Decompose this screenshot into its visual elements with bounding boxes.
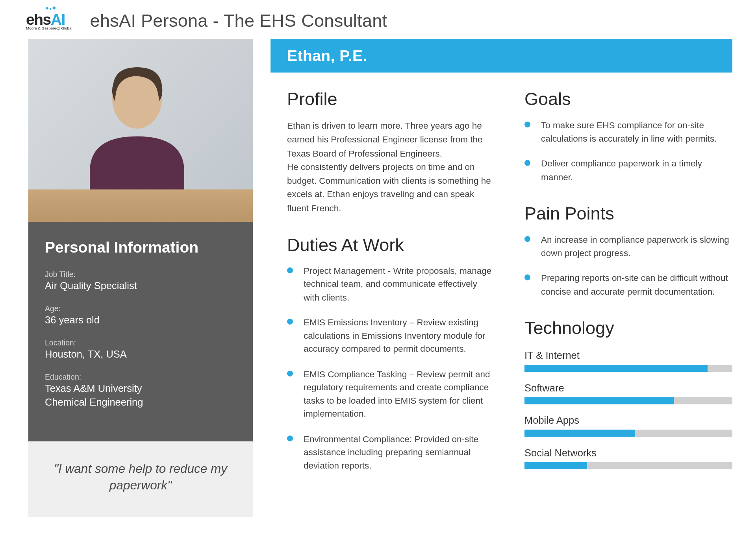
logo-prefix: ehs [26,10,51,28]
info-field-value: Air Quality Specialist [45,280,236,293]
logo-dots-icon [46,7,56,10]
tech-bar [524,462,732,469]
tech-label: Mobile Apps [524,415,732,427]
list-item-text: To make sure EHS compliance for on-site … [541,119,732,146]
info-field-value: Texas A&M University Chemical Engineerin… [45,382,236,410]
persona-photo [28,39,253,222]
pain-points-list: An increase in compliance paperwork is s… [524,233,732,298]
quote-block: "I want some help to reduce my paperwork… [28,441,253,517]
pain-points-heading: Pain Points [524,204,732,224]
list-item-text: Project Management - Write proposals, ma… [304,264,495,304]
list-item: An increase in compliance paperwork is s… [524,233,732,260]
list-item: Environmental Compliance: Provided on-si… [287,432,495,472]
tech-bar-fill [524,397,674,404]
list-item-text: Deliver compliance paperwork in a timely… [541,157,732,184]
list-item-text: Environmental Compliance: Provided on-si… [304,432,495,472]
list-item: EMIS Emissions Inventory – Review existi… [287,316,495,356]
bullet-icon [287,267,293,273]
info-field-label: Education: [45,372,236,381]
tech-label: IT & Internet [524,350,732,362]
bullet-icon [524,236,530,242]
list-item-text: EMIS Compliance Tasking – Review permit … [304,367,495,421]
list-item-text: EMIS Emissions Inventory – Review existi… [304,316,495,356]
logo: ehsAI Moore & Gasperecz Global [26,11,72,30]
bullet-icon [524,122,530,127]
info-field-value: Houston, TX, USA [45,348,236,362]
logo-text: ehsAI [26,11,65,27]
goals-list: To make sure EHS compliance for on-site … [524,119,732,184]
personal-info-heading: Personal Information [45,238,236,257]
bullet-icon [287,319,293,325]
tech-row: Software [524,382,732,404]
list-item: Project Management - Write proposals, ma… [287,264,495,304]
tech-row: Mobile Apps [524,415,732,437]
persona-quote: "I want some help to reduce my paperwork… [46,460,235,494]
profile-text: Ethan is driven to learn more. Three yea… [287,119,495,215]
info-field-label: Job Title: [45,270,236,279]
list-item-text: An increase in compliance paperwork is s… [541,233,732,260]
tech-bar [524,397,732,404]
tech-row: Social Networks [524,447,732,469]
header: ehsAI Moore & Gasperecz Global ehsAI Per… [0,0,756,39]
duties-list: Project Management - Write proposals, ma… [287,264,495,472]
list-item: Deliver compliance paperwork in a timely… [524,157,732,184]
profile-heading: Profile [287,89,495,109]
tech-bar-fill [524,365,708,372]
technology-heading: Technology [524,318,732,338]
info-field-label: Age: [45,304,236,313]
duties-heading: Duties At Work [287,235,495,255]
personal-info-panel: Personal Information Job Title:Air Quali… [28,222,253,441]
bullet-icon [524,275,530,280]
bullet-icon [524,160,530,166]
page-title: ehsAI Persona - The EHS Consultant [90,11,387,31]
list-item-text: Preparing reports on-site can be difficu… [541,271,732,298]
tech-bar-fill [524,430,635,437]
tech-row: IT & Internet [524,350,732,372]
technology-list: IT & InternetSoftwareMobile AppsSocial N… [524,350,732,469]
list-item: EMIS Compliance Tasking – Review permit … [287,367,495,421]
tech-label: Software [524,382,732,394]
tech-bar [524,430,732,437]
tech-label: Social Networks [524,447,732,459]
list-item: Preparing reports on-site can be difficu… [524,271,732,298]
desk-surface [28,190,253,222]
info-field-label: Location: [45,338,236,347]
tech-bar [524,365,732,372]
list-item: To make sure EHS compliance for on-site … [524,119,732,146]
logo-suffix: AI [51,10,65,28]
persona-name-banner: Ethan, P.E. [271,39,732,73]
info-field-value: 36 years old [45,314,236,327]
bullet-icon [287,371,293,376]
goals-heading: Goals [524,89,732,109]
tech-bar-fill [524,462,587,469]
bullet-icon [287,436,293,441]
